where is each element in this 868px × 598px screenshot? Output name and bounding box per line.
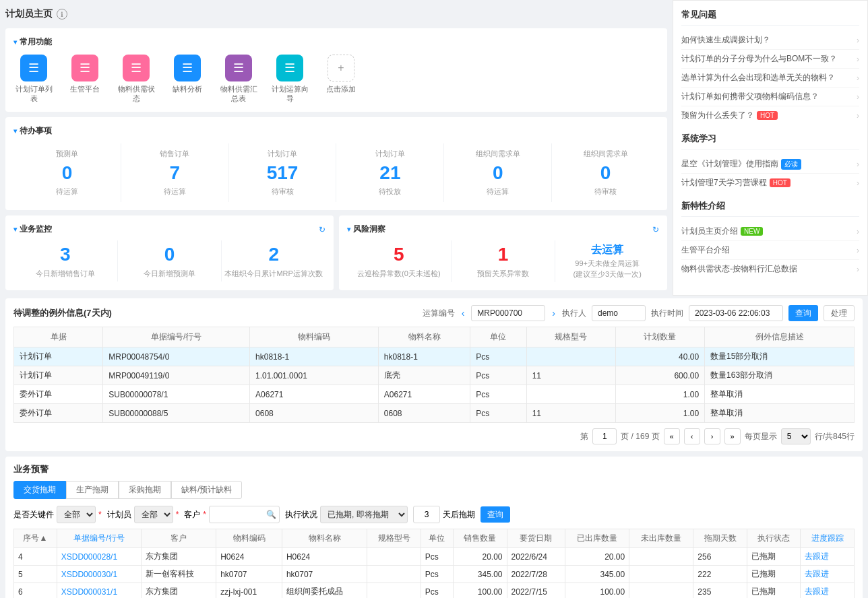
feature-item-1[interactable]: 计划员主页介绍NEW ›: [681, 222, 859, 241]
learning-badge-required: 必读: [781, 159, 801, 170]
wcell-unit-1: Pcs: [421, 548, 453, 566]
faq-item-3[interactable]: 选单计算为什么会出现和选单无关的物料？ ›: [681, 69, 859, 88]
learning-item-1[interactable]: 星空《计划管理》使用指南必读 ›: [681, 155, 859, 174]
exception-row-2: 计划订单 MRP00049119/0 1.01.001.0001 底壳 Pcs …: [14, 366, 855, 385]
planner-select[interactable]: 全部: [134, 506, 173, 523]
cell-matname-4: 0608: [378, 404, 470, 423]
wcell-track-1[interactable]: 去跟进: [801, 548, 855, 566]
risk-link-compute[interactable]: 去运算: [558, 243, 656, 256]
wcell-execstatus-3: 已拖期: [747, 583, 801, 598]
customer-input[interactable]: [212, 510, 266, 519]
faq-item-5[interactable]: 预留为什么丢失了？HOT ›: [681, 106, 859, 125]
wcell-docno-link-2[interactable]: XSDD000030/1: [61, 570, 117, 579]
wcell-track-3[interactable]: 去跟进: [801, 583, 855, 598]
wcell-shippedqty-1: 20.00: [565, 548, 629, 566]
page-prev[interactable]: ‹: [684, 428, 700, 444]
pending-sales[interactable]: 销售订单 7 待运算: [121, 143, 229, 203]
func-item-plan-list[interactable]: ☰ 计划订单列表: [13, 55, 54, 104]
pending-org2[interactable]: 组织间需求单 0 待审核: [552, 143, 659, 203]
cell-unit-2: Pcs: [470, 366, 526, 385]
planner-label: 计划员: [107, 509, 131, 521]
cell-desc-3: 整单取消: [705, 385, 855, 404]
query-button[interactable]: 查询: [788, 305, 818, 321]
monitor-title: 业务监控: [13, 224, 52, 235]
monitor-number-mrp: 2: [224, 243, 323, 266]
func-label-production: 生管平台: [70, 84, 100, 94]
page-container: 计划员主页 ℹ 常用功能 ☰ 计划订单列表 ☰ 生管平台 ☰: [0, 0, 868, 598]
per-page-select[interactable]: 5 10 20: [781, 428, 811, 444]
wcell-docno-2[interactable]: XSDD000030/1: [57, 566, 142, 583]
wcell-customer-2: 新一创客科技: [142, 566, 216, 583]
key-part-select[interactable]: 全部 是 否: [57, 506, 96, 523]
wcol-unshipped-qty: 未出库数量: [629, 529, 693, 548]
wcell-shippedqty-2: 345.00: [565, 566, 629, 583]
faq-arrow-5: ›: [857, 111, 859, 121]
monitor-sales: 3 今日新增销售订单: [13, 240, 118, 281]
cell-qty-1: 40.00: [615, 347, 704, 366]
tab-delivery-delay[interactable]: 交货拖期: [13, 481, 66, 499]
wcell-docno-3[interactable]: XSDD000031/1: [57, 583, 142, 598]
wcell-track-link-1[interactable]: 去跟进: [805, 552, 829, 561]
wcell-track-link-3[interactable]: 去跟进: [805, 587, 829, 596]
days-input[interactable]: [413, 506, 440, 523]
faq-item-4[interactable]: 计划订单如何携带父项物料编码信息？ ›: [681, 88, 859, 106]
tab-production-delay[interactable]: 生产拖期: [66, 481, 119, 499]
wcol-sales-qty: 销售数量: [454, 529, 507, 548]
pending-label-sales: 销售订单: [124, 149, 226, 159]
wcol-track: 进度跟踪: [801, 529, 855, 548]
feature-item-3[interactable]: 物料供需状态-按物料行汇总数据 ›: [681, 260, 859, 278]
risk-compute[interactable]: 去运算 99+天未做全局运算(建议至少3天做一次): [555, 240, 659, 282]
tab-shortage[interactable]: 缺料/预计缺料: [171, 481, 242, 499]
operator-input[interactable]: [592, 305, 646, 321]
mrp-input[interactable]: [471, 305, 545, 321]
time-input[interactable]: [689, 305, 783, 321]
risk-label-reserve: 预留关系异常数: [454, 269, 553, 279]
wcell-docno-link-1[interactable]: XSDD000028/1: [61, 552, 117, 562]
func-item-supply-summary[interactable]: ☰ 物料供需汇总表: [218, 55, 259, 104]
func-item-add[interactable]: + 点击添加: [321, 55, 361, 104]
func-item-plan-wizard[interactable]: ☰ 计划运算向导: [270, 55, 310, 104]
wcell-track-2[interactable]: 去跟进: [801, 566, 855, 583]
func-item-material-supply[interactable]: ☰ 物料供需状态: [116, 55, 156, 104]
pending-plan1[interactable]: 计划订单 517 待审核: [229, 143, 337, 203]
mrp-next-arrow[interactable]: ›: [551, 308, 557, 319]
warning-query-btn[interactable]: 查询: [480, 506, 510, 523]
monitor-number-forecast: 0: [121, 243, 219, 266]
func-item-production[interactable]: ☰ 生管平台: [65, 55, 105, 104]
page-last[interactable]: »: [724, 428, 741, 444]
warning-title: 业务预警: [13, 463, 855, 475]
learning-item-2[interactable]: 计划管理7天学习营课程HOT ›: [681, 174, 859, 192]
page-current[interactable]: [592, 428, 617, 444]
pending-number-plan1: 517: [232, 162, 334, 185]
pending-forecast[interactable]: 预测单 0 待运算: [13, 143, 121, 203]
cell-matname-1: hk0818-1: [378, 347, 470, 366]
wcell-matcode-1: H0624: [216, 548, 282, 566]
pending-org1[interactable]: 组织间需求单 0 待运算: [444, 143, 552, 203]
monitor-refresh-icon[interactable]: ↻: [319, 225, 326, 234]
wcell-track-link-2[interactable]: 去跟进: [805, 569, 829, 578]
customer-search-btn[interactable]: 🔍: [266, 510, 276, 519]
page-next[interactable]: ›: [704, 428, 720, 444]
risk-refresh-icon[interactable]: ↻: [652, 225, 659, 234]
mrp-label: 运算编号: [423, 308, 455, 319]
customer-label: 客户: [184, 509, 200, 521]
feature-text-3: 物料供需状态-按物料行汇总数据: [681, 263, 857, 275]
info-icon[interactable]: ℹ: [57, 9, 67, 20]
process-button[interactable]: 处理: [824, 305, 855, 321]
page-first[interactable]: «: [664, 428, 680, 444]
pending-plan2[interactable]: 计划订单 21 待投放: [336, 143, 444, 203]
mrp-prev-arrow[interactable]: ‹: [460, 308, 466, 319]
faq-item-1[interactable]: 如何快速生成调拨计划？ ›: [681, 31, 859, 50]
main-area: 计划员主页 ℹ 常用功能 ☰ 计划订单列表 ☰ 生管平台 ☰: [0, 0, 673, 296]
exec-status-select[interactable]: 已拖期, 即将拖期 已拖期 即将拖期: [320, 506, 408, 523]
cell-type-2: 计划订单: [14, 366, 103, 385]
faq-item-2[interactable]: 计划订单的分子分母为什么与BOM不一致？ ›: [681, 50, 859, 69]
wcell-docno-link-3[interactable]: XSDD000031/1: [61, 587, 117, 597]
feature-item-2[interactable]: 生管平台介绍 ›: [681, 241, 859, 260]
func-item-shortage[interactable]: ☰ 缺料分析: [167, 55, 208, 104]
page-title-bar: 计划员主页 ℹ: [5, 5, 667, 23]
tab-purchase-delay[interactable]: 采购拖期: [119, 481, 171, 499]
wcol-customer: 客户: [142, 529, 216, 548]
wcell-salesqty-1: 20.00: [454, 548, 507, 566]
wcell-docno-1[interactable]: XSDD000028/1: [57, 548, 142, 566]
